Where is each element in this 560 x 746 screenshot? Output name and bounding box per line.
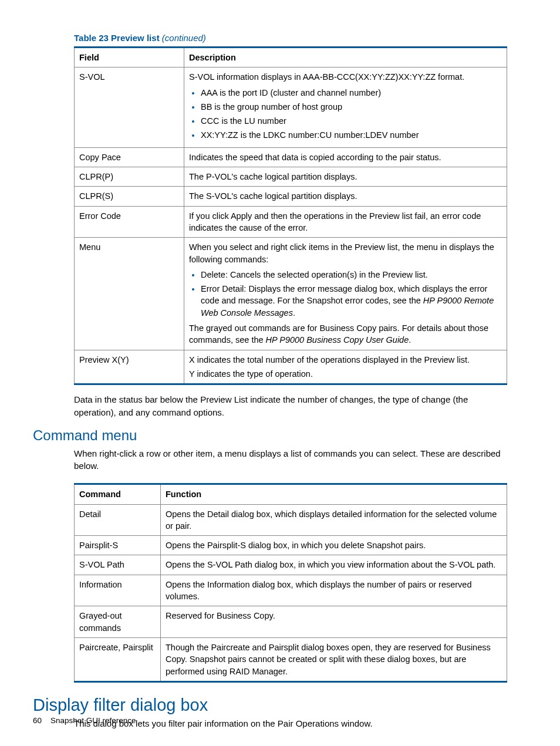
- table-row: CLPR(P) The P-VOL's cache logical partit…: [75, 167, 507, 187]
- body-text: Data in the status bar below the Preview…: [74, 393, 507, 419]
- field-cell: Menu: [75, 238, 184, 350]
- body-text: When right-click a row or other item, a …: [74, 447, 507, 473]
- table-row: Detail Opens the Detail dialog box, whic…: [75, 504, 507, 536]
- caption-continued: (continued): [160, 33, 206, 43]
- table-caption: Table 23 Preview list (continued): [74, 33, 507, 43]
- desc-line: Y indicates the type of operation.: [189, 368, 502, 380]
- bullet-list: Delete: Cancels the selected operation(s…: [189, 269, 502, 319]
- command-menu-table: Command Function Detail Opens the Detail…: [74, 483, 507, 683]
- table-row: Information Opens the Information dialog…: [75, 575, 507, 606]
- field-cell: Preview X(Y): [75, 350, 184, 384]
- table-row: Copy Pace Indicates the speed that data …: [75, 147, 507, 167]
- desc-outro: The grayed out commands are for Business…: [189, 322, 502, 346]
- col-description: Description: [184, 48, 507, 67]
- table-row: Menu When you select and right click ite…: [75, 238, 507, 350]
- desc-cell: When you select and right click items in…: [184, 238, 507, 350]
- page-number: 60: [33, 716, 42, 725]
- desc-cell: The S-VOL's cache logical partition disp…: [184, 187, 507, 206]
- function-cell: Opens the Information dialog box, which …: [161, 575, 507, 606]
- col-field: Field: [75, 48, 184, 67]
- command-cell: Grayed-out commands: [75, 606, 161, 638]
- body-text: This dialog box lets you filter pair inf…: [74, 717, 507, 730]
- heading-command-menu: Command menu: [33, 427, 507, 444]
- caption-label: Table 23 Preview list: [74, 33, 160, 43]
- field-cell: Copy Pace: [75, 147, 184, 167]
- list-item: CCC is the LU number: [201, 115, 502, 127]
- command-cell: S-VOL Path: [75, 555, 161, 575]
- command-cell: Detail: [75, 504, 161, 536]
- list-item: AAA is the port ID (cluster and channel …: [201, 87, 502, 99]
- function-cell: Reserved for Business Copy.: [161, 606, 507, 638]
- desc-cell: S-VOL information displays in AAA-BB-CCC…: [184, 67, 507, 147]
- page-footer: 60 Snapshot GUI reference: [33, 716, 136, 725]
- desc-intro: When you select and right click items in…: [189, 241, 502, 265]
- table-row: S-VOL Path Opens the S-VOL Path dialog b…: [75, 555, 507, 575]
- bullet-list: AAA is the port ID (cluster and channel …: [189, 87, 502, 141]
- table-row: CLPR(S) The S-VOL's cache logical partit…: [75, 187, 507, 206]
- command-cell: Paircreate, Pairsplit: [75, 637, 161, 681]
- desc-cell: X indicates the total number of the oper…: [184, 350, 507, 384]
- command-cell: Information: [75, 575, 161, 606]
- table-row: Error Code If you click Apply and then t…: [75, 206, 507, 238]
- function-cell: Opens the Pairsplit-S dialog box, in whi…: [161, 536, 507, 555]
- field-cell: S-VOL: [75, 67, 184, 147]
- list-item: Error Detail: Displays the error message…: [201, 283, 502, 319]
- table-row: Pairsplit-S Opens the Pairsplit-S dialog…: [75, 536, 507, 555]
- footer-title: Snapshot GUI reference: [50, 716, 136, 725]
- list-item: XX:YY:ZZ is the LDKC number:CU number:LD…: [201, 129, 502, 141]
- table-row: S-VOL S-VOL information displays in AAA-…: [75, 67, 507, 147]
- field-cell: Error Code: [75, 206, 184, 238]
- table-row: Grayed-out commands Reserved for Busines…: [75, 606, 507, 638]
- desc-cell: The P-VOL's cache logical partition disp…: [184, 167, 507, 187]
- desc-line: X indicates the total number of the oper…: [189, 354, 502, 366]
- preview-list-table: Field Description S-VOL S-VOL informatio…: [74, 46, 507, 385]
- desc-cell: If you click Apply and then the operatio…: [184, 206, 507, 238]
- function-cell: Though the Paircreate and Pairsplit dial…: [161, 637, 507, 681]
- list-item: Delete: Cancels the selected operation(s…: [201, 269, 502, 281]
- field-cell: CLPR(P): [75, 167, 184, 187]
- command-cell: Pairsplit-S: [75, 536, 161, 555]
- col-command: Command: [75, 484, 161, 504]
- field-cell: CLPR(S): [75, 187, 184, 206]
- table-row: Preview X(Y) X indicates the total numbe…: [75, 350, 507, 384]
- list-item: BB is the group number of host group: [201, 101, 502, 113]
- function-cell: Opens the Detail dialog box, which displ…: [161, 504, 507, 536]
- desc-cell: Indicates the speed that data is copied …: [184, 147, 507, 167]
- function-cell: Opens the S-VOL Path dialog box, in whic…: [161, 555, 507, 575]
- heading-display-filter: Display filter dialog box: [33, 696, 507, 715]
- desc-intro: S-VOL information displays in AAA-BB-CCC…: [189, 72, 464, 82]
- table-row: Paircreate, Pairsplit Though the Paircre…: [75, 637, 507, 681]
- col-function: Function: [161, 484, 507, 504]
